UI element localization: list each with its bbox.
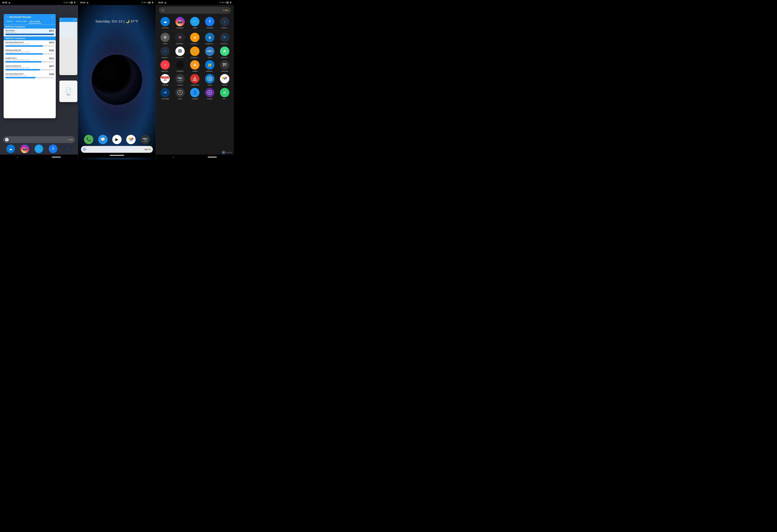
app-citi[interactable]: citi Citi Mobile bbox=[158, 88, 172, 100]
tab-multi-core[interactable]: MULTI-CORE bbox=[28, 20, 41, 23]
dnd-right: ⊖ bbox=[222, 2, 224, 3]
app-apple-music[interactable]: ♫ Apple Mu... bbox=[158, 60, 172, 72]
time-left: 10:42 bbox=[2, 1, 7, 4]
back-btn-right[interactable]: ‹ bbox=[173, 156, 174, 158]
bench-row-3: Samsung Galaxy S8 Qualcomm Snapdragon 83… bbox=[4, 64, 56, 72]
vibrate-mid: 📳 bbox=[141, 2, 143, 3]
app-calculator[interactable]: Calculator bbox=[218, 60, 231, 72]
battery-icon-left: 🔋 bbox=[74, 2, 76, 3]
app-amazon-photos[interactable]: 🖼 Amazon P... bbox=[174, 46, 187, 58]
app-alienware[interactable]: 👾 Alienware... bbox=[174, 33, 187, 45]
app-instagram[interactable]: 📷 Instagram bbox=[174, 17, 187, 29]
bench-menu-icon[interactable]: ⋮ bbox=[51, 16, 53, 18]
svg-rect-6 bbox=[223, 63, 224, 64]
app-ck[interactable]: ck CK... bbox=[218, 88, 231, 100]
app-amazon-music[interactable]: ♪ Amazon... bbox=[218, 17, 231, 29]
svg-point-22 bbox=[180, 92, 180, 93]
panel-right: 10:42 ☁ 📳 ⊖ ▼ ▌▌ 🔋 bbox=[156, 0, 234, 160]
bench-row-4: Samsung Galaxy Note 7 Samsung Exynos 889… bbox=[4, 72, 56, 80]
dock-messages-mid[interactable]: 💬 bbox=[98, 135, 108, 144]
app-twitter[interactable]: 🐦 Twitter bbox=[188, 17, 201, 29]
app-android-auto[interactable]: A Android A... bbox=[218, 46, 231, 58]
dock-play-mid[interactable]: ▶ bbox=[112, 135, 122, 144]
app-audible[interactable]: A Audible bbox=[188, 60, 201, 72]
wallpaper-mid: Saturday, Oct 13 | 🌙 47°F 📞 💬 bbox=[78, 5, 156, 160]
app-facebook[interactable]: f Facebook bbox=[203, 17, 216, 29]
bench-bar-your-device bbox=[5, 34, 54, 35]
bench-bar-1 bbox=[5, 53, 43, 55]
calculator-icon bbox=[222, 62, 227, 68]
app-amazon-k[interactable]: K Amazon K... bbox=[218, 33, 231, 45]
app-row-0: ☁ OneDrive 📷 Instagram 🐦 Twitter f Fa bbox=[158, 16, 232, 30]
app-chrome[interactable]: Chrome bbox=[218, 74, 231, 86]
home-pill-left[interactable] bbox=[52, 157, 61, 157]
vibrate-icon-left: 📳 bbox=[64, 2, 66, 3]
dock-amazon-music[interactable]: ♪ bbox=[63, 144, 72, 153]
panel-left: 10:42 ☁ 📳 ⊖ ▼ ▌▌ 🔋 ← Benchmark Results ⋮… bbox=[0, 0, 78, 160]
app-contacts[interactable]: 👤 Contacts bbox=[188, 88, 201, 100]
time-mid: 10:41 bbox=[80, 1, 85, 4]
dock-facebook[interactable]: f bbox=[49, 144, 58, 153]
bench-title: Benchmark Results bbox=[9, 16, 31, 18]
eclipse-circle bbox=[92, 55, 142, 105]
cloud-icon-left: ☁ bbox=[8, 1, 10, 4]
status-bar-right: 10:42 ☁ 📳 ⊖ ▼ ▌▌ 🔋 bbox=[156, 0, 234, 5]
dock-instagram[interactable]: 📷 bbox=[20, 144, 29, 153]
app-row-5: citi Citi Mobile Clock 👤 bbox=[158, 87, 232, 101]
app-row-4: OCT 13 Calendar 📷 Camera bbox=[158, 73, 232, 87]
home-pill-right[interactable] bbox=[208, 157, 217, 157]
app-clock[interactable]: Clock bbox=[174, 88, 187, 100]
contacts-card[interactable]: P A-Z ▾ bbox=[60, 18, 77, 75]
app-chase[interactable]: Chase bbox=[203, 74, 216, 86]
dock-camera-mid[interactable]: 📷 bbox=[140, 135, 150, 144]
app-amazon-music2[interactable]: ♪ Amazon... bbox=[158, 46, 172, 58]
app-amazon-a[interactable]: a Amazon A... bbox=[188, 33, 201, 45]
app-grid: ☁ OneDrive 📷 Instagram 🐦 Twitter f Fa bbox=[156, 15, 234, 155]
dock-chrome-mid[interactable] bbox=[126, 135, 136, 144]
benchmark-card[interactable]: ← Benchmark Results ⋮ RESULT SINGLE-CORE… bbox=[4, 14, 56, 118]
app-amazon-shopping[interactable]: 🛒 Amazon S... bbox=[188, 46, 201, 58]
app-authenticator[interactable]: 🔐 Authentic... bbox=[203, 60, 216, 72]
bench-row-1: Samsung Galaxy S8 Samsung Exynos 8895 Oc… bbox=[4, 48, 56, 56]
back-btn-left[interactable]: ‹ bbox=[17, 156, 18, 158]
app-capital-one[interactable]: Capital One bbox=[188, 74, 201, 86]
app-amazon-d[interactable]: a Amazon D... bbox=[203, 33, 216, 45]
files-card[interactable]: 📄 Files bbox=[60, 81, 77, 102]
google-assistant-icon bbox=[223, 10, 228, 11]
svg-marker-15 bbox=[208, 78, 211, 80]
app-cortana[interactable]: Cortana bbox=[203, 88, 216, 100]
bench-your-device: Your Device Google Pixel 3 XL 8371 bbox=[4, 29, 56, 36]
wifi-mid: ▼ bbox=[146, 2, 148, 3]
bench-section-multicore: Multi-Core Comparison bbox=[4, 25, 56, 29]
app-asphalt[interactable]: 🏎 Asphalt 8 bbox=[174, 60, 187, 72]
app-switcher: ← Benchmark Results ⋮ RESULT SINGLE-CORE… bbox=[0, 5, 78, 160]
dock-onedrive[interactable]: ☁ bbox=[6, 144, 15, 153]
cortana-icon bbox=[207, 90, 212, 95]
search-bar-mid[interactable]: G bbox=[81, 146, 153, 153]
app-amex[interactable]: AMEX Amex bbox=[203, 46, 216, 58]
search-bar-left[interactable]: G bbox=[3, 136, 75, 143]
home-pill-mid[interactable] bbox=[110, 155, 124, 156]
signal-right: ▌▌ bbox=[227, 2, 229, 3]
chrome-icon bbox=[222, 76, 228, 82]
svg-point-4 bbox=[162, 9, 164, 11]
app-camera[interactable]: 📷 Camera bbox=[174, 74, 187, 86]
dnd-icon-left: ⊖ bbox=[66, 2, 68, 3]
wifi-icon-left: ▼ bbox=[68, 2, 70, 3]
dock-phone-mid[interactable]: 📞 bbox=[84, 135, 93, 144]
dock-twitter[interactable]: 🐦 bbox=[34, 144, 43, 153]
cloud-icon-mid: ☁ bbox=[86, 1, 88, 4]
capital-one-icon bbox=[192, 76, 198, 82]
dock-icons-left: ☁ 📷 🐦 f ♪ bbox=[0, 144, 78, 155]
svg-point-24 bbox=[209, 92, 211, 94]
tab-result[interactable]: RESULT bbox=[5, 20, 14, 23]
divider-1 bbox=[160, 31, 229, 31]
tab-single-core[interactable]: SINGLE-CORE bbox=[14, 20, 28, 23]
eclipse bbox=[92, 55, 142, 105]
drawer-search[interactable] bbox=[159, 7, 231, 14]
app-onedrive[interactable]: ☁ OneDrive bbox=[158, 17, 172, 29]
app-admin[interactable]: ⚙ Admin bbox=[158, 33, 172, 45]
app-calendar[interactable]: OCT 13 Calendar bbox=[158, 74, 172, 86]
back-icon[interactable]: ← bbox=[6, 15, 8, 18]
signal-icon-left: ▌▌ bbox=[71, 2, 73, 3]
